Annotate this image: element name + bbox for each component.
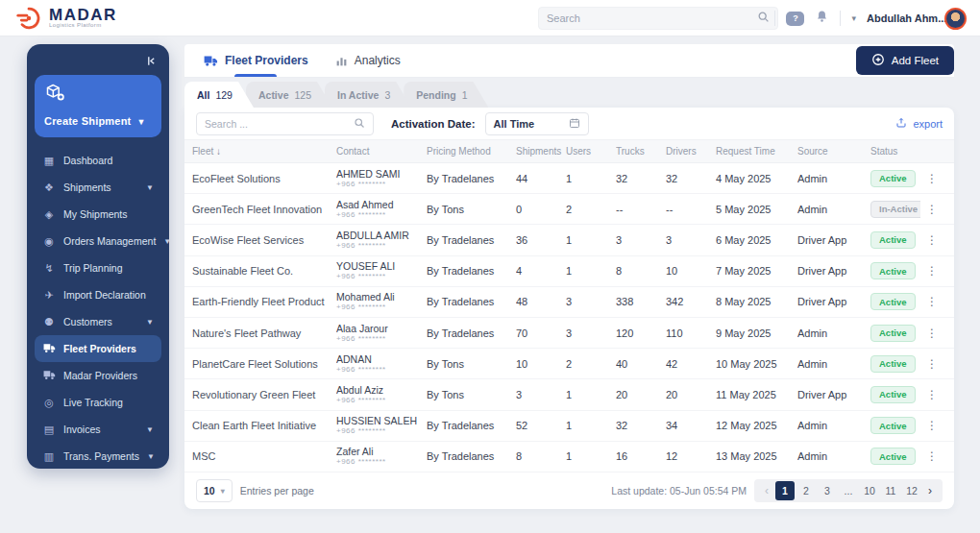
global-search-input[interactable] bbox=[547, 12, 757, 24]
page-button-11[interactable]: 11 bbox=[881, 481, 900, 500]
column-header-request-time[interactable]: Request Time bbox=[716, 146, 797, 157]
sidebar-item-orders-management[interactable]: ◉Orders Management▼ bbox=[35, 228, 161, 254]
sidebar-item-label: Dashboard bbox=[63, 155, 112, 166]
row-actions-menu-icon[interactable]: ⋮ bbox=[920, 233, 943, 247]
column-header-contact[interactable]: Contact bbox=[336, 146, 427, 157]
sidebar-item-trip-planning[interactable]: ↯Trip Planning bbox=[35, 254, 161, 281]
table-row[interactable]: EcoFleet Solutions AHMED SAMI +966 *****… bbox=[184, 163, 954, 194]
row-actions-menu-icon[interactable]: ⋮ bbox=[920, 172, 943, 185]
page-button-2[interactable]: 2 bbox=[796, 481, 816, 500]
table-row[interactable]: Clean Earth Fleet Initiative HUSSIEN SAL… bbox=[184, 411, 954, 442]
row-actions-menu-icon[interactable]: ⋮ bbox=[920, 419, 943, 432]
column-header-shipments[interactable]: Shipments bbox=[516, 146, 566, 157]
madar-logo-icon bbox=[15, 5, 42, 32]
page-button-10[interactable]: 10 bbox=[860, 481, 879, 500]
sidebar-item-label: Fleet Providers bbox=[63, 343, 136, 354]
tab-fleet-providers[interactable]: Fleet Providers bbox=[190, 44, 322, 77]
sidebar-item-live-tracking[interactable]: ◎Live Tracking bbox=[35, 389, 161, 416]
table-row[interactable]: Sustainable Fleet Co. YOUSEF ALI +966 **… bbox=[184, 256, 954, 287]
row-actions-menu-icon[interactable]: ⋮ bbox=[920, 327, 943, 340]
page-button-1[interactable]: 1 bbox=[775, 481, 795, 500]
trucks-cell: 8 bbox=[616, 265, 666, 277]
status-tab-count: 1 bbox=[462, 89, 468, 101]
user-name[interactable]: Abdullah Ahm... bbox=[867, 12, 934, 24]
status-badge: In-Active bbox=[870, 201, 920, 218]
row-actions-menu-icon[interactable]: ⋮ bbox=[920, 295, 943, 308]
shipments-cell: 52 bbox=[516, 420, 566, 431]
row-actions-menu-icon[interactable]: ⋮ bbox=[920, 357, 943, 371]
table-row[interactable]: PlanetCare Fleet Solutions ADNAN +966 **… bbox=[184, 349, 954, 379]
avatar[interactable] bbox=[944, 8, 967, 30]
add-fleet-button[interactable]: Add Fleet bbox=[856, 46, 954, 75]
status-tab-pending[interactable]: Pending1 bbox=[404, 82, 488, 108]
row-actions-menu-icon[interactable]: ⋮ bbox=[920, 449, 943, 463]
row-actions-menu-icon[interactable]: ⋮ bbox=[920, 388, 943, 401]
column-header-trucks[interactable]: Trucks bbox=[616, 146, 666, 157]
pricing-method-cell: By Tons bbox=[427, 358, 516, 370]
trucks-cell: 32 bbox=[616, 420, 666, 431]
sort-desc-icon[interactable]: ↓ bbox=[213, 146, 221, 157]
sidebar-item-import-declaration[interactable]: ✈Import Declaration bbox=[35, 281, 161, 308]
column-header-source[interactable]: Source bbox=[797, 146, 870, 157]
trans-payments-icon: ▥ bbox=[42, 451, 56, 462]
status-badge: Active bbox=[870, 170, 916, 187]
brand-logo: MADAR Logistics Platform bbox=[15, 5, 117, 32]
column-header-status[interactable]: Status bbox=[870, 146, 920, 157]
help-chat-icon[interactable]: ? bbox=[786, 12, 804, 26]
page-prev-icon[interactable]: ‹ bbox=[760, 484, 773, 497]
users-cell: 2 bbox=[566, 204, 616, 215]
global-search[interactable] bbox=[538, 7, 778, 30]
activation-date-select[interactable]: All Time bbox=[485, 112, 589, 135]
table-row[interactable]: Revolutionary Green Fleet Abdul Aziz +96… bbox=[184, 379, 954, 410]
chevron-down-icon[interactable]: ▾ bbox=[851, 13, 856, 23]
table-row[interactable]: MSC Zafer Ali +966 ******** By Tradelane… bbox=[184, 442, 954, 472]
table-row[interactable]: GreenTech Fleet Innovation Asad Ahmed +9… bbox=[184, 194, 954, 225]
page-button-3[interactable]: 3 bbox=[818, 481, 837, 500]
column-header-fleet[interactable]: Fleet ↓ bbox=[192, 146, 336, 157]
chevron-down-icon: ▼ bbox=[146, 318, 154, 327]
table-search-input[interactable] bbox=[205, 118, 354, 130]
users-cell: 1 bbox=[566, 234, 616, 246]
page-size-select[interactable]: 10 ▾ bbox=[196, 479, 233, 502]
status-tab-active[interactable]: Active125 bbox=[246, 82, 332, 108]
status-tab-all[interactable]: All129 bbox=[184, 82, 254, 108]
fleet-table-card: Activation Date: All Time export Fleet ↓… bbox=[184, 108, 954, 509]
drivers-cell: 12 bbox=[666, 450, 716, 462]
sidebar-item-shipments[interactable]: ❖Shipments▼ bbox=[35, 174, 161, 201]
sidebar-item-fleet-providers[interactable]: Fleet Providers bbox=[35, 335, 161, 362]
table-search[interactable] bbox=[196, 112, 374, 135]
page-button-12[interactable]: 12 bbox=[902, 481, 921, 500]
tab-analytics[interactable]: Analytics bbox=[322, 44, 414, 77]
source-cell: Admin bbox=[797, 420, 870, 431]
sidebar-item-madar-providers[interactable]: Madar Providers bbox=[35, 362, 161, 389]
divider bbox=[774, 11, 775, 26]
sidebar-item-my-shipments[interactable]: ◈My Shipments bbox=[35, 201, 161, 228]
my-shipments-icon: ◈ bbox=[42, 209, 56, 220]
column-header-users[interactable]: Users bbox=[566, 146, 616, 157]
drivers-cell: 342 bbox=[666, 296, 716, 307]
create-shipment-button[interactable]: Create Shipment▼ bbox=[35, 75, 161, 137]
row-actions-menu-icon[interactable]: ⋮ bbox=[920, 203, 943, 216]
import-declaration-icon: ✈ bbox=[42, 290, 56, 301]
request-time-cell: 4 May 2025 bbox=[716, 173, 797, 184]
table-row[interactable]: EcoWise Fleet Services ABDULLA AMIR +966… bbox=[184, 225, 954, 255]
table-row[interactable]: Earth-Friendly Fleet Product Mohamed Ali… bbox=[184, 287, 954, 318]
sidebar-item-invoices[interactable]: ▤Invoices▼ bbox=[35, 416, 161, 443]
column-header-drivers[interactable]: Drivers bbox=[666, 146, 716, 157]
column-header-pricing-method[interactable]: Pricing Method bbox=[427, 146, 516, 157]
shipments-cell: 3 bbox=[516, 389, 566, 400]
page-next-icon[interactable]: › bbox=[923, 484, 937, 497]
table-row[interactable]: Nature's Fleet Pathway Alaa Jarour +966 … bbox=[184, 318, 954, 349]
pricing-method-cell: By Tradelanes bbox=[427, 450, 516, 462]
source-cell: Driver App bbox=[797, 265, 870, 277]
sidebar-collapse-icon[interactable] bbox=[145, 54, 158, 71]
sidebar-item-trans-payments[interactable]: ▥Trans. Payments▼ bbox=[35, 443, 161, 469]
sidebar-nav: ▦Dashboard❖Shipments▼◈My Shipments◉Order… bbox=[35, 147, 161, 469]
fleet-name-cell: GreenTech Fleet Innovation bbox=[192, 204, 336, 215]
status-tab-in-active[interactable]: In Active3 bbox=[325, 82, 411, 108]
notifications-bell-icon[interactable] bbox=[815, 9, 829, 28]
export-button[interactable]: export bbox=[895, 116, 943, 131]
sidebar-item-customers[interactable]: ⚉Customers▼ bbox=[35, 308, 161, 335]
sidebar-item-dashboard[interactable]: ▦Dashboard bbox=[35, 147, 161, 174]
row-actions-menu-icon[interactable]: ⋮ bbox=[920, 264, 943, 278]
